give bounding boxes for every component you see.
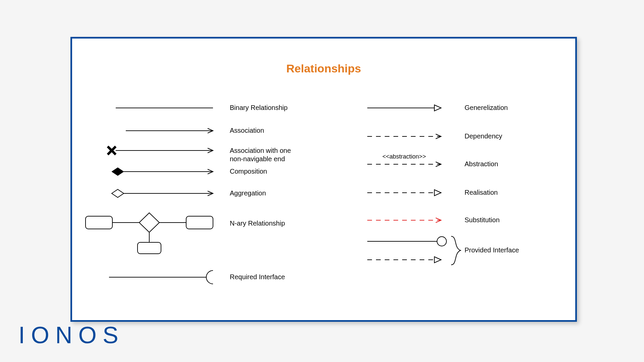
svg-rect-4 [138, 242, 161, 254]
nary-diagram [86, 213, 213, 254]
ionos-logo: IONOS [18, 322, 124, 349]
relationships-svg: <<abstraction>> [72, 39, 575, 320]
abstraction-stereotype: <<abstraction>> [382, 153, 426, 160]
lollipop-icon [437, 237, 446, 246]
socket-icon [206, 270, 213, 284]
svg-rect-2 [86, 216, 112, 229]
x-icon [108, 146, 116, 155]
svg-marker-5 [139, 213, 159, 232]
svg-rect-3 [186, 216, 213, 229]
diagram-frame: Relationships Binary Relationship Associ… [70, 37, 577, 322]
diamond-filled-icon [112, 168, 124, 176]
brace-icon [451, 236, 461, 265]
diamond-hollow-icon [112, 189, 124, 197]
